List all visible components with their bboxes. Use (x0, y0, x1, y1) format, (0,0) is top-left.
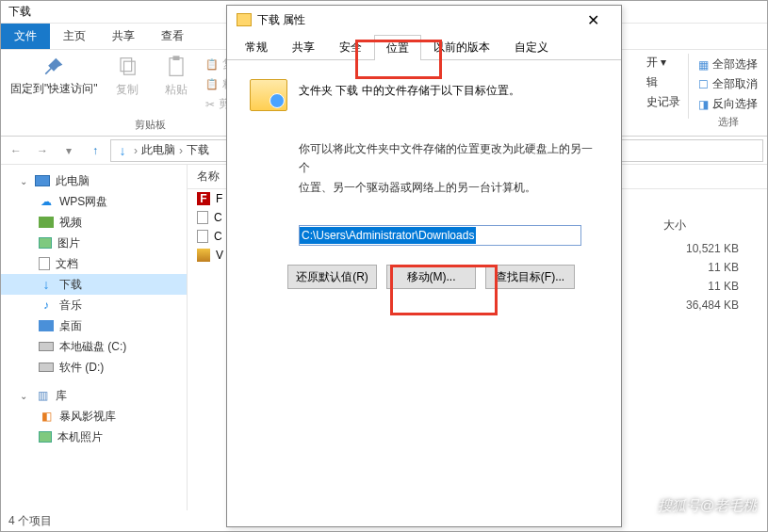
pin-button[interactable]: 固定到"快速访问" (10, 54, 98, 116)
close-button[interactable]: ✕ (574, 7, 612, 33)
music-icon: ♪ (39, 298, 54, 313)
window-title: 下载 (8, 4, 31, 20)
tree-music[interactable]: ♪音乐 (1, 295, 187, 315)
library-icon: ▥ (35, 388, 50, 403)
history-button[interactable]: 史记录 (646, 93, 680, 111)
tree-documents[interactable]: 文档 (1, 253, 187, 274)
size-column: 大小 10,521 KB 11 KB 11 KB 36,484 KB (654, 218, 767, 317)
nav-recent-button[interactable]: ▾ (57, 139, 80, 162)
tab-general[interactable]: 常规 (233, 34, 280, 59)
tab-share[interactable]: 共享 (280, 34, 327, 59)
tree-photos[interactable]: 本机照片 (1, 427, 187, 447)
paste-button[interactable]: 粘贴 (156, 54, 196, 116)
invert-selection-button[interactable]: ◨反向选择 (698, 95, 758, 113)
ribbon-open-group: 开 ▾ 辑 史记录 (639, 50, 688, 136)
nav-up-button[interactable]: ↑ (84, 139, 106, 162)
properties-dialog: 下载 属性 ✕ 常规 共享 安全 位置 以前的版本 自定义 文件夹 下载 中的文… (226, 5, 622, 527)
tree-libraries[interactable]: ⌄▥库 (1, 385, 187, 406)
copy-button[interactable]: 复制 (107, 54, 147, 116)
pictures-icon (39, 237, 52, 249)
file-size: 36,484 KB (654, 298, 767, 317)
archive-icon (197, 249, 210, 262)
tab-view[interactable]: 查看 (148, 24, 197, 49)
svg-rect-3 (172, 56, 179, 60)
svg-rect-0 (121, 58, 132, 72)
select-all-button[interactable]: ▦全部选择 (698, 56, 758, 73)
breadcrumb-downloads[interactable]: 下载 (187, 142, 209, 158)
location-path-input[interactable]: C:\Users\Administrator\Downloads (299, 225, 581, 246)
paste-icon (163, 54, 189, 80)
tab-home[interactable]: 主页 (50, 24, 99, 49)
tab-location[interactable]: 位置 (374, 35, 421, 60)
desktop-icon (39, 320, 54, 331)
file-size: 11 KB (654, 261, 767, 280)
tree-video[interactable]: 视频 (1, 212, 187, 233)
copy-icon (114, 54, 140, 80)
tree-cdisk[interactable]: 本地磁盘 (C:) (1, 336, 187, 357)
col-size[interactable]: 大小 (654, 218, 767, 242)
breadcrumb-pc[interactable]: 此电脑 › (141, 142, 183, 158)
tree-pictures[interactable]: 图片 (1, 233, 187, 253)
dialog-info: 你可以将此文件夹中文件存储的位置更改为此硬盘上的另一个 位置、另一个驱动器或网络… (299, 139, 598, 197)
dialog-titlebar: 下载 属性 ✕ (227, 6, 621, 34)
tree-downloads[interactable]: ↓下载 (1, 274, 187, 295)
tree-wps[interactable]: ☁WPS网盘 (1, 191, 187, 212)
ribbon-group-select: ▦全部选择 ☐全部取消 ◨反向选择 选择 (689, 50, 767, 136)
dialog-tabs: 常规 共享 安全 位置 以前的版本 自定义 (227, 34, 621, 60)
tab-previous[interactable]: 以前的版本 (421, 34, 502, 59)
file-icon (197, 211, 208, 224)
scissors-icon: ✂ (205, 98, 215, 111)
tab-custom[interactable]: 自定义 (502, 34, 561, 59)
tree-storm[interactable]: ◧暴风影视库 (1, 406, 187, 427)
tree-pc[interactable]: ⌄此电脑 (1, 170, 187, 191)
svg-rect-1 (123, 61, 135, 74)
path-text: C:\Users\Administrator\Downloads (300, 227, 476, 244)
watermark: 搜狐号@老毛桃 (658, 497, 757, 515)
edit-button[interactable]: 辑 (646, 73, 680, 91)
tree-ddisk[interactable]: 软件 (D:) (1, 357, 187, 378)
nav-forward-button[interactable]: → (31, 139, 54, 162)
downloads-icon: ↓ (115, 143, 130, 158)
move-button[interactable]: 移动(M)... (386, 265, 476, 289)
downloads-folder-icon (250, 79, 287, 111)
invert-icon: ◨ (698, 98, 709, 111)
disk-icon (39, 363, 54, 372)
chevron-right-icon: › (134, 144, 138, 157)
svg-rect-2 (170, 58, 183, 76)
storm-icon: ◧ (39, 409, 54, 424)
open-button[interactable]: 开 ▾ (646, 54, 680, 72)
file-icon (197, 230, 208, 243)
documents-icon (39, 257, 50, 270)
dialog-title: 下载 属性 (257, 12, 305, 28)
tab-security[interactable]: 安全 (327, 34, 374, 59)
folder-icon (237, 13, 252, 26)
nav-back-button[interactable]: ← (5, 139, 27, 162)
file-size: 10,521 KB (654, 242, 767, 261)
select-all-icon: ▦ (698, 58, 709, 72)
select-none-icon: ☐ (698, 78, 709, 91)
find-target-button[interactable]: 查找目标(F)... (485, 265, 575, 289)
tab-file[interactable]: 文件 (1, 24, 50, 49)
dialog-description: 文件夹 下载 中的文件存储于以下目标位置。 (299, 79, 520, 99)
photos-icon (39, 431, 52, 443)
pin-icon (41, 54, 67, 80)
tab-share[interactable]: 共享 (99, 24, 148, 49)
filezilla-icon: F (197, 192, 210, 205)
disk-icon (39, 342, 54, 351)
item-count: 4 个项目 (8, 513, 52, 529)
file-size: 11 KB (654, 280, 767, 298)
downloads-icon: ↓ (39, 277, 54, 292)
dialog-body: 文件夹 下载 中的文件存储于以下目标位置。 你可以将此文件夹中文件存储的位置更改… (227, 60, 621, 308)
restore-default-button[interactable]: 还原默认值(R) (287, 265, 377, 289)
cloud-icon: ☁ (39, 194, 54, 209)
select-none-button[interactable]: ☐全部取消 (698, 75, 758, 93)
tree-desktop[interactable]: 桌面 (1, 315, 187, 336)
pc-icon (35, 175, 50, 186)
video-icon (39, 217, 54, 228)
nav-tree: ⌄此电脑 ☁WPS网盘 视频 图片 文档 ↓下载 ♪音乐 桌面 本地磁盘 (C:… (1, 165, 188, 510)
